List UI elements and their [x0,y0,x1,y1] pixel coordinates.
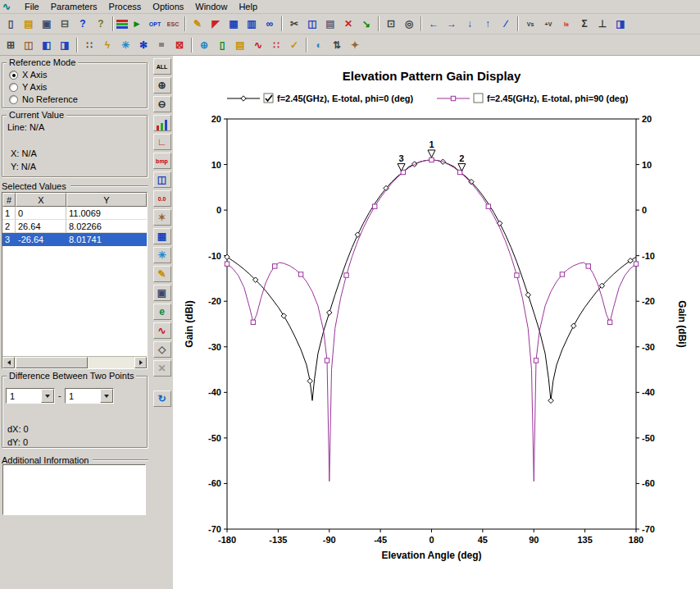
radio-x-axis[interactable]: X Axis [9,70,48,80]
close-icon[interactable]: ✕ [153,360,171,377]
radio-no-reference[interactable]: No Reference [9,94,78,104]
smith-chart-icon[interactable]: ✳ [153,247,171,263]
zoom-out-icon[interactable]: ⊖ [153,96,171,112]
info-icon[interactable]: ✦ [346,37,364,53]
polygon-icon[interactable]: ◇ [153,341,171,358]
group-title: Current Value [7,110,66,121]
new-page-icon[interactable]: ▯ [213,37,231,53]
forward-arrow-icon[interactable]: → [443,16,461,32]
scrollbar-track[interactable] [15,357,134,368]
show-all-button[interactable]: ALL [153,58,171,75]
pattern-display-icon[interactable]: ◐ [310,37,328,53]
browser-icon[interactable]: e [153,304,171,320]
open-folder-icon[interactable]: ▤ [20,16,38,32]
select-box-icon[interactable]: ⊡ [382,16,400,32]
square-marker-icon [534,358,538,363]
menu-options[interactable]: Options [147,1,189,12]
toolbar-separator [183,16,188,31]
sum-icon[interactable]: Σ [575,16,593,32]
menu-file[interactable]: File [19,1,45,12]
exchange-icon[interactable]: ⇅ [328,37,346,53]
point2-combo[interactable]: 1 [65,388,114,404]
selected-values-row-2[interactable]: 226.648.02266 [2,220,147,233]
scroll-right-button[interactable] [134,357,147,368]
waveform-icon[interactable]: ∿ [249,37,267,53]
x-tick-label: 0 [429,535,434,545]
list-table-icon[interactable]: ▥ [243,16,261,32]
horizontal-scrollbar[interactable] [2,356,147,368]
additional-info-list[interactable] [2,464,146,515]
print-icon[interactable]: ⊟ [56,16,74,32]
page-left-icon[interactable]: ◧ [38,37,56,53]
voltage-source-icon[interactable]: Vs [521,16,539,32]
dot-matrix-icon[interactable]: ∷ [267,37,285,53]
ground-icon[interactable]: ⊥ [593,16,611,32]
radio-y-axis[interactable]: Y Axis [9,82,47,92]
annotate-pencil-icon[interactable]: ✎ [153,266,171,282]
selected-values-row-3[interactable]: 3-26.648.01741 [2,233,147,246]
current-probe-icon[interactable]: I± [557,16,575,32]
mesh-grid-icon[interactable]: ⊞ [2,37,20,53]
cut-icon[interactable]: ✂ [285,16,303,32]
frequency-icon[interactable]: ϟ [98,37,116,53]
combo-dropdown-button[interactable] [41,389,54,403]
validate-check-icon[interactable]: ✓ [285,37,303,53]
combo-dropdown-button[interactable] [100,389,113,403]
menu-window[interactable]: Window [189,1,233,12]
back-arrow-icon[interactable]: ← [425,16,443,32]
table-columns-icon[interactable]: ◫ [20,37,38,53]
menu-parameters[interactable]: Parameters [45,1,103,12]
export-bmp-button[interactable]: bmp [153,153,171,169]
save-plot-icon[interactable]: ▣ [153,285,171,301]
grid-table-icon[interactable]: ▦ [225,16,243,32]
run-simulation-icon[interactable]: ► [128,16,146,32]
import-icon[interactable]: ↘ [357,16,375,32]
paste-icon[interactable]: ▤ [321,16,339,32]
group-title: Difference Between Two Points [7,371,136,381]
draw-line-icon[interactable]: ∕ [497,16,515,32]
tools-icon[interactable]: ✶ [153,209,171,226]
axis-settings-icon[interactable]: ∟ [153,134,171,150]
column-header-index: # [2,193,16,207]
help-icon[interactable]: ? [74,16,92,32]
page-right-icon[interactable]: ◨ [56,37,74,53]
point1-combo[interactable]: 1 [6,388,55,404]
up-arrow-icon[interactable]: ↑ [479,16,497,32]
save-icon[interactable]: ▣ [38,16,56,32]
display-layers-icon[interactable] [116,16,128,32]
refresh-icon[interactable]: ↻ [153,390,171,407]
value-readout-icon[interactable]: 0.0 [153,190,171,207]
table-delete-icon[interactable]: ⊠ [170,37,189,53]
selected-values-row-1[interactable]: 1011.0069 [2,207,147,220]
zoom-page-icon[interactable]: ◎ [400,16,418,32]
scale-bars-icon[interactable] [153,115,171,131]
optimize-button[interactable]: OPT [146,16,164,32]
data-table-icon[interactable]: ▦ [153,228,171,244]
add-voltage-icon[interactable]: +V [539,16,557,32]
copy-page-icon[interactable]: ◫ [153,171,171,188]
columns-button[interactable]: III [152,37,170,53]
escape-button[interactable]: ESC [164,16,182,32]
radiation-star-icon[interactable]: ✳ [116,37,134,53]
pointer-tool-icon[interactable]: ◤ [207,16,225,32]
scrollbar-thumb[interactable] [16,357,88,368]
new-file-icon[interactable]: ▯ [2,16,20,32]
y-tick-label-left: 20 [211,114,221,124]
delete-icon[interactable]: ✕ [339,16,357,32]
dot-grid-icon[interactable]: ∷ [80,37,98,53]
menu-process[interactable]: Process [103,1,148,12]
sparkle-icon[interactable]: ✻ [134,37,152,53]
legend-checkbox-1[interactable] [474,94,483,103]
menu-help[interactable]: Help [233,1,263,12]
view-3d-icon[interactable]: ∞ [261,16,279,32]
zoom-in-icon[interactable]: ⊕ [153,77,171,94]
edit-pencil-icon[interactable]: ✎ [189,16,207,32]
context-help-icon[interactable]: ? [92,16,110,32]
folder-process-icon[interactable]: ▤ [231,37,249,53]
down-arrow-icon[interactable]: ↓ [461,16,479,32]
window-split-icon[interactable]: ◨ [611,16,630,32]
scroll-left-button[interactable] [2,357,15,368]
copy-icon[interactable]: ◫ [303,16,321,32]
globe-icon[interactable]: ⊕ [195,37,213,53]
line-plot-icon[interactable]: ∿ [153,322,171,339]
